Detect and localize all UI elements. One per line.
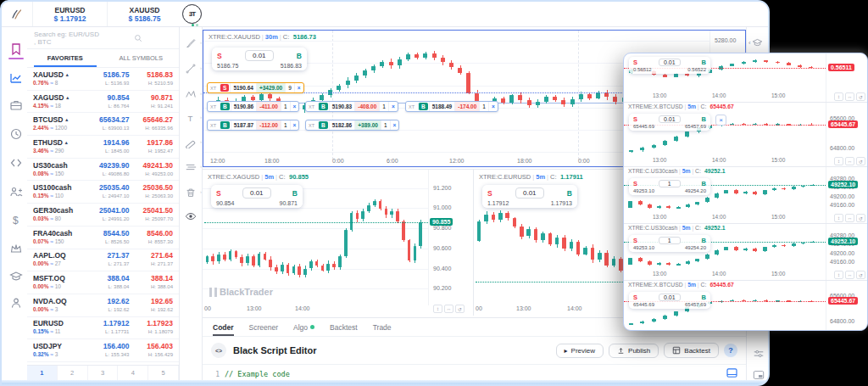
buy-button[interactable]: B <box>567 189 572 198</box>
tab-backtest[interactable]: Backtest <box>330 318 358 336</box>
price-axis[interactable]: 91.20091.00090.80090.60090.40090.200 <box>428 170 474 305</box>
tool-measure-icon[interactable]: › <box>185 137 197 148</box>
mini-chart-row[interactable]: XTREME:X.BTCUSD | 5m | C: 65445.67S0.01B… <box>624 281 867 331</box>
quantity-input[interactable]: 1 <box>659 180 681 187</box>
tool-trash-icon[interactable]: › <box>185 187 197 199</box>
buy-button[interactable]: B <box>702 294 706 301</box>
mini-chart-zone[interactable]: XTREME:X.BTCUSD | 5m | C: 65445.67S0.01B… <box>624 281 826 331</box>
tool-brush-icon[interactable]: › <box>185 37 197 49</box>
watchlist-row[interactable]: ETHUSD ▲3.46% ≈ 2901914.96L: 1845.001917… <box>27 136 179 159</box>
preview-button[interactable]: ▸Preview <box>556 344 604 358</box>
quantity-input[interactable]: 1 <box>659 237 681 244</box>
axis-tools[interactable]: ↕↔↺ <box>834 92 865 101</box>
watchlist-row[interactable]: GER30cash0.03% ≈ 8025041.00L: 24991.2025… <box>27 204 179 227</box>
tab-all-symbols[interactable]: ALL SYMBOLS <box>103 49 180 67</box>
price-axis[interactable]: 65600.0064800.0065445.67 <box>826 281 867 331</box>
scale-horizontal-icon[interactable]: ↔ <box>845 214 854 222</box>
tool-trendline-icon[interactable]: › <box>185 63 197 75</box>
close-position-icon[interactable]: × <box>390 120 399 130</box>
picture-in-picture-icon[interactable] <box>753 369 765 381</box>
help-button[interactable]: ? <box>724 344 737 357</box>
watchlist-search-input[interactable]: Search eg: EUR/USD , BTC <box>27 27 179 49</box>
symbol-tab-eurusd[interactable]: EURUSD $ 1.17912 <box>32 2 107 26</box>
close-chart-button[interactable]: × <box>715 115 726 126</box>
sell-button[interactable]: S <box>217 52 222 60</box>
time-axis[interactable]: 13:0014:0015:00 <box>624 157 826 165</box>
scale-vertical-icon[interactable]: ↕ <box>834 92 843 101</box>
price-axis[interactable]: 49280.0049240.0049200.0049160.0049252.10… <box>826 224 867 280</box>
tool-lines-icon[interactable]: › <box>185 161 197 173</box>
sidebar-profile-icon[interactable] <box>9 296 23 310</box>
buy-button[interactable]: B <box>702 180 706 187</box>
page-button[interactable]: 3 <box>88 366 119 380</box>
reset-scale-icon[interactable]: ↺ <box>856 157 865 165</box>
axis-tools[interactable]: ↕↔↺ <box>834 157 865 165</box>
publish-button[interactable]: Publish <box>609 344 659 358</box>
price-axis[interactable]: 0.565000.56511↕↔↺ <box>826 53 867 102</box>
tool-visibility-icon[interactable] <box>185 210 197 222</box>
close-position-icon[interactable]: × <box>388 102 398 111</box>
sidebar-education-icon[interactable] <box>9 270 23 283</box>
scale-vertical-icon[interactable]: ↕ <box>834 214 843 222</box>
buy-button[interactable]: B <box>297 52 302 60</box>
quantity-input[interactable]: 0.01 <box>515 187 544 199</box>
time-axis[interactable]: 13:0014:0015:00 <box>624 271 826 279</box>
close-position-icon[interactable]: × <box>290 120 299 130</box>
sell-button[interactable]: S <box>216 189 221 198</box>
close-position-icon[interactable]: × <box>488 102 498 111</box>
tab-algo[interactable]: Algo <box>293 318 314 336</box>
watchlist-row[interactable]: US100cash0.15% ≈ 11025035.40L: 24947.102… <box>27 181 179 204</box>
mini-chart-zone[interactable]: XTREME:X.BTCUSD | 5m | C: 65445.67S0.01B… <box>624 103 826 166</box>
education-collapse-button[interactable]: ‹ <box>748 37 763 48</box>
watchlist-row[interactable]: XAUUSD ▲0.76% ≈ 85186.75L: 5136.935186.8… <box>27 68 179 91</box>
sell-button[interactable]: S <box>633 180 637 187</box>
sidebar-dollar-icon[interactable]: $ <box>9 214 23 227</box>
buy-button[interactable]: B <box>702 115 706 123</box>
position-tag[interactable]: XTB5187.87-112.001× <box>207 120 299 131</box>
tab-screener[interactable]: Screener <box>249 318 279 336</box>
broker-logo[interactable]: 3T <box>182 4 202 24</box>
scale-vertical-icon[interactable]: ↕ <box>834 271 843 279</box>
watchlist-row[interactable]: EURUSD0.15% ≈ 111.17912L: 1.177311.17923… <box>27 317 179 340</box>
tab-coder[interactable]: Coder <box>213 318 234 336</box>
reset-scale-icon[interactable]: ↺ <box>856 214 865 222</box>
reset-scale-icon[interactable]: ↺ <box>856 271 865 279</box>
scale-vertical-icon[interactable]: ↕ <box>834 157 843 165</box>
order-widget[interactable]: S0.01B65445.6965457.69 <box>629 114 710 131</box>
buy-button[interactable]: B <box>702 237 706 244</box>
close-position-icon[interactable]: × <box>294 83 303 92</box>
time-axis[interactable]: 0013:0014:00 <box>204 305 426 316</box>
axis-tools[interactable]: ↕↔↺ <box>834 214 865 222</box>
watchlist-row[interactable]: FRA40cash0.07% ≈ 1508544.50L: 8526.50854… <box>27 227 179 249</box>
console-toggle-icon[interactable] <box>726 368 737 378</box>
page-button[interactable]: 5 <box>148 366 179 380</box>
sell-button[interactable]: S <box>487 189 492 198</box>
position-tag[interactable]: XTS5190.64+3429.009× <box>207 82 304 93</box>
tab-favorites[interactable]: FAVORITES <box>27 49 103 67</box>
axis-tools[interactable]: ↕↔↺ <box>834 271 865 279</box>
quantity-input[interactable]: 0.01 <box>659 294 681 301</box>
tab-trade[interactable]: Trade <box>373 318 392 336</box>
page-button[interactable]: 2 <box>58 366 88 380</box>
order-widget[interactable]: S0.01B65445.6965457.69 <box>629 292 710 309</box>
time-axis[interactable]: 13:0014:0015:00 <box>624 92 826 101</box>
scale-horizontal-icon[interactable]: ↔ <box>845 271 854 279</box>
sell-button[interactable]: S <box>633 115 637 123</box>
position-tag[interactable]: XTB5182.86+389.001× <box>305 120 399 131</box>
scale-horizontal-icon[interactable]: ↔ <box>845 92 854 101</box>
order-widget[interactable]: S1B49253.1049254.20 <box>629 178 710 195</box>
order-widget[interactable]: S 0.01 B 5186.75 5186.83 <box>212 48 307 70</box>
scale-horizontal-icon[interactable]: ↔ <box>845 157 854 165</box>
reset-scale-icon[interactable]: ↺ <box>856 92 865 101</box>
symbol-tab-xauusd[interactable]: XAUUSD $ 5186.75 <box>107 2 181 26</box>
sell-button[interactable]: S <box>633 294 637 301</box>
time-axis[interactable]: 13:0014:0015:00 <box>624 214 826 222</box>
sidebar-code-icon[interactable] <box>9 156 23 170</box>
sliders-icon[interactable] <box>753 348 765 360</box>
order-widget[interactable]: S1B49253.1049254.20 <box>629 235 710 252</box>
watchlist-row[interactable]: BTCUSD ▲2.44% ≈ 120065634.27L: 63900.136… <box>27 113 179 136</box>
watchlist-row[interactable]: US30cash0.08% ≈ 15049239.90L: 49086.8049… <box>27 159 179 182</box>
position-tag[interactable]: XTB5188.49-174.001× <box>405 101 498 112</box>
tool-pattern-icon[interactable]: › <box>185 88 197 100</box>
sell-button[interactable]: S <box>633 237 637 244</box>
